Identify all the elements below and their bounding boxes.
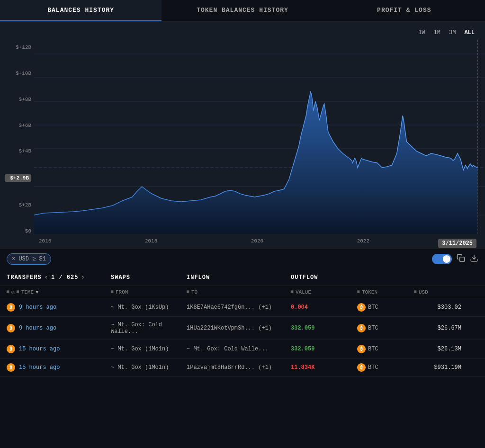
btc-token-icon-1: ₿ bbox=[357, 324, 366, 332]
y-label-0: $0 bbox=[5, 228, 31, 234]
cell-token-3: ₿ BTC bbox=[357, 363, 414, 372]
cell-token-0: ₿ BTC bbox=[357, 303, 414, 312]
toggle-switch[interactable] bbox=[432, 254, 452, 264]
col-filter-usd[interactable]: ≡ USD bbox=[414, 289, 461, 295]
filter-actions bbox=[432, 254, 478, 265]
y-axis: $+12B $+10B $+8B $+6B $+4B $+2.9B $+2B $… bbox=[0, 40, 34, 248]
cell-from-3: ~ Mt. Gox (1Mo1n) bbox=[111, 364, 187, 371]
filter-chip-label: × USD ≥ $1 bbox=[12, 256, 46, 262]
x-label-2016: 2016 bbox=[39, 238, 51, 244]
col-filter-time[interactable]: ≡ ⊙ ≡ TIME ▼ bbox=[7, 289, 111, 295]
table-row[interactable]: ₿ 15 hours ago ~ Mt. Gox (1Mo1n) ~ Mt. G… bbox=[0, 340, 485, 358]
filter-icon-usd: ≡ bbox=[414, 289, 417, 295]
filter-1w[interactable]: 1W bbox=[416, 28, 427, 37]
col-token-label: TOKEN bbox=[362, 289, 377, 295]
filter-icon-from: ≡ bbox=[111, 289, 114, 295]
transfers-header: TRANSFERS ‹ 1 / 625 › bbox=[7, 274, 111, 281]
tabs-bar: BALANCES HISTORY TOKEN BALANCES HISTORY … bbox=[0, 0, 485, 22]
cell-usd-3: $931.19M bbox=[414, 364, 461, 371]
table-row[interactable]: ₿ 15 hours ago ~ Mt. Gox (1Mo1n) 1Pazvaj… bbox=[0, 358, 485, 377]
cell-from-0: ~ Mt. Gox (1KsUp) bbox=[111, 304, 187, 311]
next-page-button[interactable]: › bbox=[81, 274, 85, 281]
cell-to-2: ~ Mt. Gox: Cold Walle... bbox=[187, 346, 291, 352]
btc-coin-icon-1: ₿ bbox=[7, 324, 15, 332]
page-indicator: 1 / 625 bbox=[51, 274, 78, 281]
x-label-2020: 2020 bbox=[251, 238, 263, 244]
y-label-highlight: $+2.9B bbox=[5, 174, 31, 182]
btc-coin-icon-0: ₿ bbox=[7, 303, 15, 312]
col-filter-row: ≡ ⊙ ≡ TIME ▼ ≡ FROM ≡ TO ≡ VALUE ≡ TOKEN… bbox=[0, 286, 485, 298]
x-label-2018: 2018 bbox=[145, 238, 157, 244]
btc-token-icon-3: ₿ bbox=[357, 363, 366, 372]
outflow-header: OUTFLOW bbox=[291, 274, 357, 281]
chart-svg bbox=[34, 40, 485, 234]
sort-time-icon[interactable]: ▼ bbox=[36, 289, 39, 295]
btc-coin-icon-3: ₿ bbox=[7, 363, 15, 372]
filter-icon-token: ≡ bbox=[357, 289, 360, 295]
table-header: TRANSFERS ‹ 1 / 625 › SWAPS INFLOW OUTFL… bbox=[0, 269, 485, 286]
col-time-label: TIME bbox=[21, 289, 34, 295]
x-axis: 2016 2018 2020 2022 2024 3/11/2025 bbox=[34, 234, 485, 248]
filter-all[interactable]: ALL bbox=[462, 28, 476, 37]
y-label-10b: $+10B bbox=[5, 71, 31, 76]
cell-time-3: ₿ 15 hours ago bbox=[7, 363, 111, 372]
copy-icon[interactable] bbox=[457, 254, 465, 265]
chart-tooltip-date: 3/11/2025 bbox=[438, 239, 476, 248]
col-filter-token[interactable]: ≡ TOKEN bbox=[357, 289, 414, 295]
prev-page-button[interactable]: ‹ bbox=[45, 274, 48, 281]
chart-svg-wrapper bbox=[34, 40, 485, 234]
filter-chip-usd[interactable]: × USD ≥ $1 bbox=[7, 253, 51, 265]
col-filter-to[interactable]: ≡ TO bbox=[187, 289, 291, 295]
col-from-label: FROM bbox=[116, 289, 128, 295]
y-label-4b: $+4B bbox=[5, 148, 31, 154]
token-label-1: BTC bbox=[368, 325, 378, 332]
cell-to-1: 1HUa222iWKotVpmSh... (+1) bbox=[187, 325, 291, 332]
btc-token-icon-2: ₿ bbox=[357, 345, 366, 353]
chart-container: 1W 1M 3M ALL $+12B $+10B $+8B $+6B $+4B … bbox=[0, 22, 485, 248]
y-label-8b: $+8B bbox=[5, 97, 31, 102]
token-label-0: BTC bbox=[368, 304, 378, 311]
chart-time-filters: 1W 1M 3M ALL bbox=[0, 27, 485, 37]
transfers-label: TRANSFERS bbox=[7, 274, 42, 281]
chart-area: $+12B $+10B $+8B $+6B $+4B $+2.9B $+2B $… bbox=[0, 40, 485, 248]
cell-from-2: ~ Mt. Gox (1Mo1n) bbox=[111, 346, 187, 352]
cell-token-2: ₿ BTC bbox=[357, 345, 414, 353]
cell-value-2: 332.059 bbox=[291, 346, 357, 352]
swaps-header: SWAPS bbox=[111, 274, 187, 281]
cell-usd-0: $303.02 bbox=[414, 304, 461, 311]
cell-token-1: ₿ BTC bbox=[357, 324, 414, 332]
inflow-header: INFLOW bbox=[187, 274, 291, 281]
token-label-3: BTC bbox=[368, 364, 378, 371]
time-text-3: 15 hours ago bbox=[19, 364, 60, 371]
table-row[interactable]: ₿ 9 hours ago ~ Mt. Gox (1KsUp) 1K8E7AHa… bbox=[0, 298, 485, 317]
cell-time-2: ₿ 15 hours ago bbox=[7, 345, 111, 353]
col-filter-value[interactable]: ≡ VALUE bbox=[291, 289, 357, 295]
token-label-2: BTC bbox=[368, 346, 378, 352]
cell-usd-1: $26.67M bbox=[414, 325, 461, 332]
time-text-2: 15 hours ago bbox=[19, 346, 60, 352]
filter-1m[interactable]: 1M bbox=[432, 28, 442, 37]
cell-time-1: ₿ 9 hours ago bbox=[7, 324, 111, 332]
chart-area-fill bbox=[34, 92, 477, 234]
filter-icon-time: ≡ bbox=[7, 289, 9, 295]
cell-value-1: 332.059 bbox=[291, 325, 357, 332]
filter-icon-value: ≡ bbox=[291, 289, 294, 295]
filter-icon-to: ≡ bbox=[187, 289, 189, 295]
clock-icon: ⊙ bbox=[11, 289, 15, 295]
tab-token-balances-history[interactable]: TOKEN BALANCES HISTORY bbox=[162, 0, 323, 21]
download-icon[interactable] bbox=[470, 254, 478, 265]
tab-balances-history[interactable]: BALANCES HISTORY bbox=[0, 0, 162, 21]
filter-3m[interactable]: 3M bbox=[447, 28, 458, 37]
x-label-2022: 2022 bbox=[357, 238, 369, 244]
table-rows-container: ₿ 9 hours ago ~ Mt. Gox (1KsUp) 1K8E7AHa… bbox=[0, 298, 485, 377]
table-section: TRANSFERS ‹ 1 / 625 › SWAPS INFLOW OUTFL… bbox=[0, 269, 485, 377]
y-label-2b: $+2B bbox=[5, 202, 31, 208]
col-filter-from[interactable]: ≡ FROM bbox=[111, 289, 187, 295]
y-label-12b: $+12B bbox=[5, 45, 31, 50]
table-row[interactable]: ₿ 9 hours ago ~ Mt. Gox: Cold Walle... 1… bbox=[0, 317, 485, 340]
col-value-label: VALUE bbox=[296, 289, 311, 295]
filter-label-time: ≡ bbox=[17, 289, 19, 295]
time-text-0: 9 hours ago bbox=[19, 304, 56, 311]
cell-usd-2: $26.13M bbox=[414, 346, 461, 352]
tab-profit-loss[interactable]: PROFIT & LOSS bbox=[323, 0, 485, 21]
